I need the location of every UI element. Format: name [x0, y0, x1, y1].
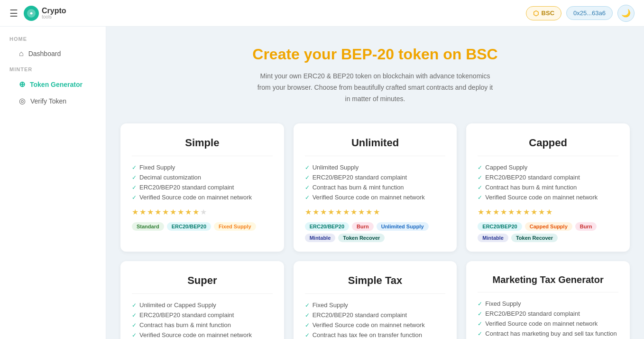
- hero-title-highlight: BSC: [466, 46, 498, 63]
- star-filled: ★: [139, 207, 146, 217]
- verify-token-label: Verify Token: [30, 97, 66, 105]
- sidebar-item-token-generator[interactable]: ⊕ Token Generator: [9, 76, 96, 93]
- tag-mintable: Mintable: [478, 234, 508, 242]
- star-empty: ★: [200, 207, 207, 217]
- star-filled: ★: [132, 207, 138, 217]
- card-title: Simple Tax: [305, 274, 446, 294]
- check-icon: ✓: [132, 194, 137, 201]
- card-capped[interactable]: Capped✓Capped Supply✓ERC20/BEP20 standar…: [466, 123, 630, 252]
- check-icon: ✓: [305, 332, 310, 339]
- star-filled: ★: [485, 207, 492, 217]
- tag-unlimited: Unlimited Supply: [377, 222, 429, 231]
- check-icon: ✓: [132, 312, 137, 319]
- card-tags: ERC20/BEP20Capped SupplyBurnMintableToke…: [478, 222, 618, 242]
- star-filled: ★: [155, 207, 161, 217]
- topnav-right: ⬡ BSC 0x25...63a6 🌙: [526, 5, 635, 22]
- wallet-address-button[interactable]: 0x25...63a6: [566, 6, 613, 20]
- check-circle-icon: ◎: [19, 96, 26, 105]
- hero-section: Create your BEP-20 token on BSC Mint you…: [106, 27, 644, 119]
- card-feature-item: ✓ERC20/BEP20 standard complaint: [478, 310, 618, 317]
- hero-subtitle: Mint your own ERC20 & BEP20 token on blo…: [257, 71, 494, 104]
- tag-capped: Capped Supply: [525, 222, 572, 231]
- card-feature-item: ✓Contract has burn & mint function: [132, 321, 273, 329]
- card-features: ✓Fixed Supply✓ERC20/BEP20 standard compl…: [305, 301, 446, 339]
- check-icon: ✓: [478, 194, 482, 201]
- card-title: Capped: [478, 137, 618, 156]
- card-feature-item: ✓Verified Source code on mainnet network: [478, 320, 618, 327]
- star-filled: ★: [170, 207, 176, 217]
- tag-erc: ERC20/BEP20: [478, 222, 522, 231]
- star-filled: ★: [305, 207, 312, 217]
- star-filled: ★: [523, 207, 530, 217]
- dashboard-label: Dashboard: [28, 50, 61, 57]
- card-super[interactable]: Super✓Unlimited or Capped Supply✓ERC20/B…: [120, 261, 284, 339]
- card-unlimited[interactable]: Unlimited✓Unlimited Supply✓ERC20/BEP20 s…: [294, 123, 457, 252]
- star-filled: ★: [508, 207, 515, 217]
- sidebar-item-dashboard[interactable]: ⌂ Dashboard: [9, 46, 96, 62]
- star-filled: ★: [162, 207, 169, 217]
- card-feature-item: ✓Fixed Supply: [305, 301, 446, 309]
- main-layout: HOME ⌂ Dashboard MINTER ⊕ Token Generato…: [0, 27, 644, 339]
- star-filled: ★: [185, 207, 192, 217]
- check-icon: ✓: [132, 302, 137, 309]
- check-icon: ✓: [478, 184, 482, 191]
- check-icon: ✓: [305, 302, 310, 309]
- logo-text-block: Crypto tools: [42, 7, 66, 19]
- card-feature-item: ✓Capped Supply: [478, 164, 618, 171]
- tag-mintable: Mintable: [305, 234, 336, 242]
- star-filled: ★: [358, 207, 365, 217]
- check-icon: ✓: [305, 312, 310, 319]
- sidebar-item-verify-token[interactable]: ◎ Verify Token: [9, 93, 96, 109]
- card-features: ✓Fixed Supply✓Decimal customization✓ERC2…: [132, 164, 273, 201]
- sidebar: HOME ⌂ Dashboard MINTER ⊕ Token Generato…: [0, 27, 106, 339]
- card-features: ✓Capped Supply✓ERC20/BEP20 standard comp…: [478, 164, 618, 201]
- card-feature-item: ✓Verified Source code on mainnet network: [305, 321, 446, 329]
- check-icon: ✓: [478, 320, 482, 327]
- star-filled: ★: [320, 207, 327, 217]
- card-simple[interactable]: Simple✓Fixed Supply✓Decimal customizatio…: [120, 123, 284, 252]
- star-filled: ★: [500, 207, 507, 217]
- card-tags: StandardERC20/BEP20Fixed Supply: [132, 222, 273, 231]
- check-icon: ✓: [132, 184, 137, 191]
- bsc-label: BSC: [542, 9, 554, 17]
- card-marketing-tax-generator[interactable]: Marketing Tax Generator✓Fixed Supply✓ERC…: [466, 261, 630, 339]
- card-features: ✓Fixed Supply✓ERC20/BEP20 standard compl…: [478, 300, 618, 339]
- logo-icon: [24, 6, 39, 21]
- card-feature-item: ✓Contract has tax fee on transfer functi…: [305, 331, 446, 339]
- tag-burn: Burn: [575, 222, 597, 231]
- main-content: Create your BEP-20 token on BSC Mint you…: [106, 27, 644, 339]
- bsc-icon: ⬡: [533, 9, 539, 17]
- card-simple-tax[interactable]: Simple Tax✓Fixed Supply✓ERC20/BEP20 stan…: [294, 261, 457, 339]
- moon-icon: 🌙: [621, 9, 631, 18]
- tag-fixed: Fixed Supply: [214, 222, 256, 231]
- card-feature-item: ✓Contract has marketing buy and sell tax…: [478, 330, 618, 337]
- card-feature-item: ✓Unlimited or Capped Supply: [132, 301, 273, 309]
- card-title: Simple: [132, 137, 273, 156]
- star-filled: ★: [515, 207, 522, 217]
- topnav-left: ☰ Crypto tools: [9, 6, 66, 21]
- star-filled: ★: [478, 207, 484, 217]
- wallet-address: 0x25...63a6: [573, 9, 606, 17]
- card-feature-item: ✓Contract has burn & mint function: [478, 184, 618, 191]
- logo-text: Crypto: [42, 7, 66, 15]
- menu-icon[interactable]: ☰: [9, 8, 18, 19]
- card-feature-item: ✓Verified Source code on mainnet network: [478, 194, 618, 201]
- check-icon: ✓: [478, 330, 482, 337]
- star-filled: ★: [531, 207, 537, 217]
- check-icon: ✓: [478, 164, 482, 171]
- card-features: ✓Unlimited or Capped Supply✓ERC20/BEP20 …: [132, 301, 273, 339]
- check-icon: ✓: [305, 194, 310, 201]
- hero-title-prefix: Create your BEP-20 token on: [252, 46, 461, 63]
- card-features: ✓Unlimited Supply✓ERC20/BEP20 standard c…: [305, 164, 446, 201]
- topnav: ☰ Crypto tools ⬡ BSC 0x25...63a6 🌙: [0, 0, 644, 27]
- star-filled: ★: [546, 207, 552, 217]
- tag-recover: Token Recover: [511, 234, 558, 242]
- bsc-button[interactable]: ⬡ BSC: [526, 6, 561, 20]
- dark-mode-button[interactable]: 🌙: [617, 5, 635, 22]
- sidebar-minter-section: MINTER ⊕ Token Generator ◎ Verify Token: [0, 66, 106, 109]
- star-filled: ★: [350, 207, 357, 217]
- card-title: Super: [132, 274, 273, 294]
- tag-standard: Standard: [132, 222, 164, 231]
- check-icon: ✓: [305, 322, 310, 329]
- star-filled: ★: [493, 207, 499, 217]
